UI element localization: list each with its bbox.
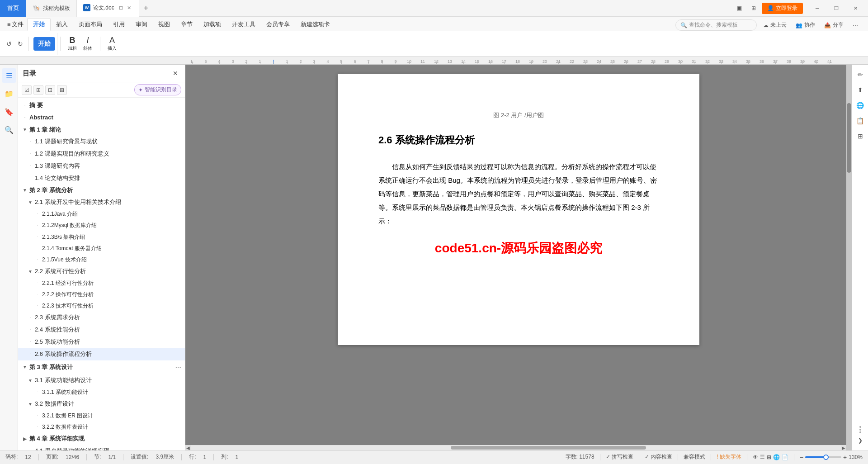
sidebar-tool-check[interactable]: ☑ xyxy=(22,85,32,95)
toc-item-2-1-1[interactable]: · 2.1.1Java 介绍 xyxy=(18,208,185,220)
toc-item-1-2[interactable]: · 1.2 课题实现目的和研究意义 xyxy=(18,148,185,160)
more-options-button[interactable]: ⋯ xyxy=(850,20,861,30)
tab-daoke[interactable]: 🐚 找稻壳模板 xyxy=(26,0,77,17)
scrollbar-track[interactable] xyxy=(846,65,852,450)
toc-item-abstract-cn[interactable]: · 摘 要 xyxy=(18,99,185,112)
share-button[interactable]: 📤 分享 xyxy=(821,19,846,31)
document-area[interactable]: 图 2-2 用户 /用户图 2.6 系统操作流程分析 信息从如何产生到反馈结果的… xyxy=(185,65,852,450)
toc-item-1-1[interactable]: · 1.1 课题研究背景与现状 xyxy=(18,136,185,148)
ai-recognize-button[interactable]: ✦ 智能识别目录 xyxy=(134,84,181,95)
toc-item-4-1[interactable]: · 4.1 用户登录功能的详细实现 xyxy=(18,445,185,450)
toc-item-2-1-2[interactable]: · 2.1.2Mysql 数据库介绍 xyxy=(18,220,185,231)
tab-vip[interactable]: 会员专享 xyxy=(261,18,295,31)
clipboard-icon[interactable]: 📋 xyxy=(854,114,867,127)
zoom-control[interactable]: − + 130% xyxy=(800,454,863,461)
tab-home[interactable]: 首页 xyxy=(0,0,26,17)
search-left-icon[interactable]: 🔍 xyxy=(2,123,16,137)
status-spell-check[interactable]: ✓ 拼写检查 xyxy=(606,453,633,461)
toc-item-2-2-3[interactable]: · 2.2.3 技术可行性分析 xyxy=(18,300,185,312)
upload-icon[interactable]: ⬆ xyxy=(854,84,867,96)
hscrollbar-thumb[interactable] xyxy=(451,446,646,450)
toc-item-2-1-4[interactable]: · 2.1.4 Tomcat 服务器介绍 xyxy=(18,243,185,254)
tab-new-options[interactable]: 新建选项卡 xyxy=(295,18,335,31)
toc-item-ch1[interactable]: ▼ 第 1 章 绪论 xyxy=(18,124,185,136)
status-content-check[interactable]: ✓ 内容检查 xyxy=(645,453,672,461)
cloud-status[interactable]: ☁ 未上云 xyxy=(760,19,789,31)
toc-item-3-2[interactable]: ▼ 3.2 数据库设计 xyxy=(18,398,185,410)
toc-item-2-4[interactable]: · 2.4 系统性能分析 xyxy=(18,324,185,336)
view-icon-grid[interactable]: ⊞ xyxy=(767,454,771,460)
toc-item-3-2-2[interactable]: · 3.2.2 数据库表设计 xyxy=(18,421,185,433)
layout-icon1[interactable]: ▣ xyxy=(733,2,745,14)
toc-item-2-6[interactable]: · 2.6 系统操作流程分析 xyxy=(18,348,185,360)
toc-item-2-2[interactable]: ▼ 2.2 系统可行性分析 xyxy=(18,265,185,278)
toc-item-3-1-1[interactable]: · 3.1.1 系统功能设计 xyxy=(18,387,185,398)
zoom-slider-thumb[interactable] xyxy=(823,455,829,460)
new-tab-button[interactable]: + xyxy=(139,0,153,17)
tab-document[interactable]: W 论文.doc ⊡ ✕ xyxy=(77,0,139,17)
collab-button[interactable]: 👥 协作 xyxy=(793,19,818,31)
start-button[interactable]: 开始 xyxy=(33,37,55,51)
toc-item-1-4[interactable]: · 1.4 论文结构安排 xyxy=(18,172,185,185)
toc-item-abstract-en[interactable]: · Abstract xyxy=(18,112,185,124)
tab-dev[interactable]: 开发工具 xyxy=(226,18,261,31)
search-box[interactable]: 🔍 查找命令、搜索模板 xyxy=(675,19,757,31)
view-icon-eye[interactable]: 👁 xyxy=(753,454,758,460)
login-button[interactable]: 👤 立即登录 xyxy=(762,3,803,14)
hscroll-left-btn[interactable]: ◀ xyxy=(185,445,191,450)
toc-item-2-2-1[interactable]: · 2.2.1 经济可行性分析 xyxy=(18,278,185,289)
insert-text-button[interactable]: A 插入 xyxy=(105,34,119,54)
bookmark-icon[interactable]: 🔖 xyxy=(2,104,16,119)
sidebar-close-button[interactable]: ✕ xyxy=(170,68,180,78)
toc-item-3-1[interactable]: ▼ 3.1 系统功能结构设计 xyxy=(18,374,185,387)
edit-icon[interactable]: ✏ xyxy=(854,68,867,81)
view-icon-list[interactable]: ☰ xyxy=(760,454,765,460)
tab-insert[interactable]: 插入 xyxy=(51,18,73,31)
sidebar-tool-add[interactable]: ⊞ xyxy=(57,85,67,95)
tab-view[interactable]: 视图 xyxy=(153,18,175,31)
toc-icon[interactable]: ☰ xyxy=(2,68,16,83)
hscrollbar-track[interactable]: ◀ ▶ xyxy=(185,445,846,450)
toc-item-ch2[interactable]: ▼ 第 2 章 系统分析 xyxy=(18,185,185,197)
toc-item-1-3[interactable]: · 1.3 课题研究内容 xyxy=(18,160,185,172)
sidebar-tool-box[interactable]: ⊡ xyxy=(45,85,55,95)
tab-start[interactable]: 开始 xyxy=(27,18,51,31)
hscroll-right-btn[interactable]: ▶ xyxy=(841,445,846,450)
scrollbar-thumb[interactable] xyxy=(847,103,851,173)
toc-item-3-2-1[interactable]: · 3.2.1 数据 ER 图设计 xyxy=(18,410,185,421)
close-button[interactable]: ✕ xyxy=(846,2,864,14)
restore-button[interactable]: ❐ xyxy=(827,2,845,14)
tab-addons[interactable]: 加载项 xyxy=(198,18,226,31)
translate-icon[interactable]: 🌐 xyxy=(854,99,867,112)
undo-button[interactable]: ↺ xyxy=(4,38,14,49)
minimize-button[interactable]: ─ xyxy=(808,2,826,14)
toc-item-2-2-2[interactable]: · 2.2.2 操作可行性分析 xyxy=(18,289,185,300)
toc-item-2-1-5[interactable]: · 2.1.5Vue 技术介绍 xyxy=(18,254,185,265)
zoom-plus-button[interactable]: + xyxy=(843,454,847,461)
toc-item-2-1-3[interactable]: · 2.1.3B/s 架构介绍 xyxy=(18,232,185,243)
toc-content[interactable]: · 摘 要 · Abstract ▼ 第 1 章 绪论 · 1.1 课题研究背景… xyxy=(18,98,185,450)
tab-review[interactable]: 审阅 xyxy=(130,18,153,31)
toc-item-ch3[interactable]: ▼ 第 3 章 系统设计 ··· xyxy=(18,360,185,375)
tab-chapter[interactable]: 章节 xyxy=(175,18,198,31)
bold-button[interactable]: B 加粗 xyxy=(65,34,80,54)
redo-button[interactable]: ↻ xyxy=(15,38,26,49)
layout-icon2[interactable]: ⊞ xyxy=(747,2,760,14)
view-icon-globe[interactable]: 🌐 xyxy=(773,454,780,460)
grid-right-icon[interactable]: ⊞ xyxy=(854,130,867,142)
tab-page-layout[interactable]: 页面布局 xyxy=(73,18,108,31)
sidebar-tool-grid[interactable]: ⊞ xyxy=(33,85,43,95)
toc-item-ch4[interactable]: ▶ 第 4 章 系统详细实现 xyxy=(18,433,185,445)
toc-item-2-5[interactable]: · 2.5 系统功能分析 xyxy=(18,336,185,348)
italic-button[interactable]: I 斜体 xyxy=(80,34,95,54)
tab-references[interactable]: 引用 xyxy=(108,18,130,31)
zoom-minus-button[interactable]: − xyxy=(800,454,803,461)
view-icon-doc[interactable]: 📄 xyxy=(782,454,788,460)
toc-item-2-3[interactable]: · 2.3 系统需求分析 xyxy=(18,312,185,324)
tab-close-icon[interactable]: ✕ xyxy=(126,5,132,11)
folder-icon[interactable]: 📁 xyxy=(2,86,16,101)
zoom-slider[interactable] xyxy=(805,456,841,458)
file-menu-button[interactable]: ≡ 文件 xyxy=(4,18,27,31)
right-panel-toggle[interactable]: ❯ xyxy=(854,434,867,447)
toc-item-2-1[interactable]: ▼ 2.1 系统开发中使用相关技术介绍 xyxy=(18,196,185,208)
